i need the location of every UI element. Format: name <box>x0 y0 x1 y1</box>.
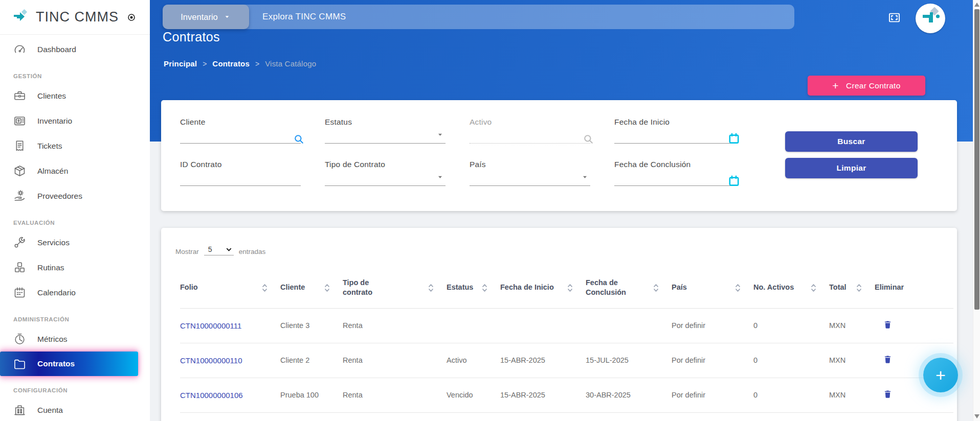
receipt-icon <box>13 139 27 153</box>
column-header-fecha-de-inicio[interactable]: Fecha de Inicio <box>500 268 586 308</box>
search-icon[interactable] <box>293 133 305 145</box>
delete-icon[interactable] <box>883 354 893 365</box>
brand-name: TINC CMMS <box>36 9 119 25</box>
sidebar-item-contratos[interactable]: Contratos <box>0 352 138 376</box>
sidebar-item-label: Inventario <box>37 116 72 126</box>
sort-icon[interactable] <box>324 283 330 293</box>
chevron-down-icon <box>225 246 233 253</box>
sort-icon[interactable] <box>261 283 268 293</box>
sidebar-item-servicios[interactable]: Servicios <box>0 230 150 255</box>
folio-cell: CTN10000000110 <box>180 343 280 378</box>
create-contract-button[interactable]: + Crear Contrato <box>808 76 925 96</box>
filter-input-estatus[interactable] <box>325 143 446 144</box>
filter-input-activo <box>470 143 590 144</box>
chevron-down-icon[interactable] <box>436 130 444 139</box>
column-header-cliente[interactable]: Cliente <box>280 268 343 308</box>
sidebar-item-proveedores[interactable]: Proveedores <box>0 183 150 208</box>
column-header-label: Cliente <box>280 283 305 293</box>
add-contract-fab[interactable]: + <box>923 358 958 392</box>
filter-label: Activo <box>470 118 590 127</box>
sidebar-section-header-configuracion: CONFIGURACIÓN <box>0 376 150 397</box>
sidebar-item-metricos[interactable]: Métricos <box>0 326 150 352</box>
filter-input-tipo-de-contrato[interactable] <box>325 185 446 186</box>
chevron-down-icon[interactable] <box>436 173 444 181</box>
contract-link[interactable]: CTN10000000106 <box>180 391 243 400</box>
entries-select[interactable]: 5 <box>204 245 234 255</box>
column-header-folio[interactable]: Folio <box>180 268 280 308</box>
column-header-pais[interactable]: País <box>672 268 753 308</box>
search-button[interactable]: Buscar <box>785 131 918 152</box>
cliente-cell: Prueba 100 <box>280 378 343 412</box>
contracts-table: FolioClienteTipo de contratoEstatusFecha… <box>180 268 953 413</box>
filter-label: Fecha de Conclusión <box>614 160 735 169</box>
sort-icon[interactable] <box>734 283 741 293</box>
breadcrumb: Principal>Contratos>Vista Catálogo <box>164 59 316 68</box>
tinc-logo-icon <box>12 9 29 26</box>
filter-field-id-contrato: ID Contrato <box>180 160 301 186</box>
column-header-label: No. Activos <box>753 283 794 293</box>
chevron-down-icon <box>223 13 231 21</box>
column-header-fecha-de-conclusion[interactable]: Fecha de Conclusión <box>586 268 672 308</box>
sidebar-item-rutinas[interactable]: Rutinas <box>0 255 150 280</box>
filter-input-fecha-de-conclusion[interactable] <box>614 185 735 186</box>
user-avatar[interactable] <box>916 4 945 33</box>
page-title: Contratos <box>163 30 220 44</box>
column-header-tipo-de-contrato[interactable]: Tipo de contrato <box>343 268 447 308</box>
breadcrumb-separator: > <box>203 60 207 68</box>
contract-link[interactable]: CTN10000000111 <box>180 321 241 330</box>
filter-input-id-contrato[interactable] <box>180 185 301 186</box>
sidebar-item-almacen[interactable]: Almacén <box>0 158 150 183</box>
sidebar-item-label: Clientes <box>37 91 66 101</box>
contract-link[interactable]: CTN10000000110 <box>180 356 242 365</box>
sort-icon[interactable] <box>567 283 573 293</box>
sidebar-item-calendario[interactable]: Calendario <box>0 280 150 305</box>
column-header-estatus[interactable]: Estatus <box>447 268 500 308</box>
sidebar-toggle-icon[interactable] <box>126 12 137 22</box>
chevron-down-icon[interactable] <box>581 173 589 181</box>
supplier-hand-icon <box>13 189 27 203</box>
breadcrumb-item-vista-catalogo: Vista Catálogo <box>265 59 316 68</box>
sort-icon[interactable] <box>856 283 862 293</box>
sort-icon[interactable] <box>653 283 659 293</box>
sidebar-item-inventario[interactable]: Inventario <box>0 108 150 133</box>
sidebar-item-tickets[interactable]: Tickets <box>0 133 150 158</box>
global-search-input[interactable] <box>249 5 794 29</box>
scroll-down-arrow[interactable] <box>974 414 979 418</box>
filter-input-pais[interactable] <box>470 185 590 186</box>
scroll-up-arrow[interactable] <box>974 3 979 7</box>
sort-icon[interactable] <box>428 283 434 293</box>
inicio-cell: 15-ABR-2025 <box>500 378 586 412</box>
sidebar-item-clientes[interactable]: Clientes <box>0 83 150 108</box>
breadcrumb-item-contratos[interactable]: Contratos <box>212 59 250 68</box>
sidebar-section-header-evaluacion: EVALUACIÓN <box>0 208 150 230</box>
scrollbar-thumb[interactable] <box>974 9 979 310</box>
filter-input-fecha-de-inicio[interactable] <box>614 143 735 144</box>
sidebar-item-dashboard[interactable]: Dashboard <box>0 37 150 62</box>
global-search-bar: Inventario <box>163 5 794 29</box>
equipment-icon <box>13 114 27 128</box>
clear-button[interactable]: Limpiar <box>785 158 918 178</box>
sidebar-item-cuenta[interactable]: Cuenta <box>0 397 150 421</box>
calendar-picker-icon[interactable] <box>728 175 740 187</box>
delete-icon[interactable] <box>883 389 893 400</box>
filter-input-cliente[interactable] <box>180 143 301 144</box>
briefcase-icon <box>13 89 27 103</box>
fullscreen-icon[interactable] <box>887 11 901 25</box>
filter-card: ClienteEstatusActivoFecha de Inicio ID C… <box>161 100 957 211</box>
column-header-label: Total <box>829 283 847 293</box>
column-header-no-activos[interactable]: No. Activos <box>753 268 829 308</box>
sidebar-section-header-gestion: GESTIÓN <box>0 62 150 83</box>
estatus-cell: Vencido <box>447 378 500 412</box>
module-selector-dropdown[interactable]: Inventario <box>163 5 249 29</box>
delete-icon[interactable] <box>883 319 893 330</box>
sort-icon[interactable] <box>481 283 488 293</box>
sidebar-item-label: Contratos <box>37 359 75 368</box>
breadcrumb-item-principal[interactable]: Principal <box>164 59 197 68</box>
sort-icon[interactable] <box>810 283 817 293</box>
total-cell: MXN <box>829 308 875 343</box>
column-header-total[interactable]: Total <box>829 268 875 308</box>
calendar-picker-icon[interactable] <box>728 132 740 145</box>
tipo-cell: Renta <box>343 378 447 412</box>
module-selector-label: Inventario <box>181 12 217 22</box>
main-content: Inventario Contratos Principal>Contratos… <box>150 0 980 421</box>
